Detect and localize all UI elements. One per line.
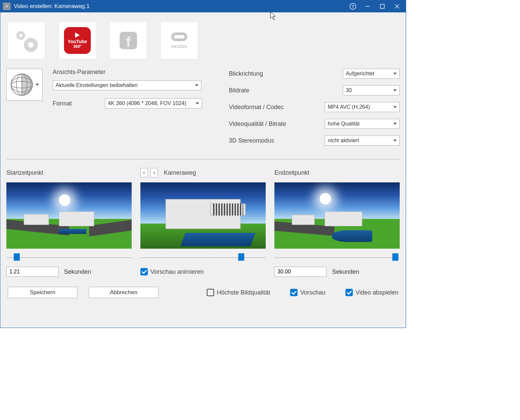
quality-value: hohe Qualität	[328, 121, 360, 127]
timeline-camerapath-col: < > Kameraweg Vor	[140, 168, 266, 277]
slider-handle[interactable]	[238, 253, 244, 261]
stereo-label: 3D Stereomodus	[229, 137, 306, 144]
encoding-params: Blickrichtung Aufgerichtet Bildrate 30 V…	[229, 69, 400, 146]
app-icon: A	[3, 3, 10, 10]
export-target-row: YouTube 360° f oculus	[6, 22, 400, 59]
help-button[interactable]: ?	[345, 0, 360, 12]
close-icon	[395, 4, 399, 9]
gear-icon	[14, 28, 39, 53]
export-custom-tile[interactable]	[8, 22, 45, 59]
timeline-row: Startzeitpunkt	[6, 168, 400, 277]
export-oculus-tile[interactable]: oculus	[160, 22, 198, 59]
quality-select[interactable]: hohe Qualität	[325, 119, 400, 129]
video-export-dialog: A Video erstellen: Kameraweg.1 ?	[0, 0, 406, 328]
codec-select[interactable]: MP4 AVC (H.264)	[325, 102, 400, 112]
export-youtube-tile[interactable]: YouTube 360°	[59, 22, 96, 59]
chevron-down-icon	[195, 84, 198, 86]
divider	[6, 159, 400, 160]
animate-preview-checkbox[interactable]	[140, 268, 148, 275]
help-icon: ?	[349, 3, 356, 10]
close-button[interactable]	[390, 0, 404, 12]
quality-label: Videoqualität / Bitrate	[229, 120, 306, 128]
maximize-button[interactable]	[375, 0, 390, 12]
chevron-down-icon	[393, 123, 397, 125]
chevron-down-icon	[196, 102, 199, 104]
animate-preview-label: Vorschau animieren	[150, 268, 204, 275]
camerapath-label: Kameraweg	[164, 169, 196, 176]
titlebar: A Video erstellen: Kameraweg.1 ?	[0, 0, 406, 12]
end-label: Endzeitpunkt	[274, 169, 309, 176]
view-params-value: Aktuelle Einstellungen beibehalten	[56, 82, 138, 88]
view-params-label: Ansichts-Parameter	[53, 69, 202, 76]
chevron-down-icon	[393, 140, 397, 142]
chevron-down-icon	[393, 73, 397, 75]
projection-select[interactable]	[6, 69, 43, 101]
orientation-label: Blickrichtung	[229, 70, 306, 77]
timeline-start-col: Startzeitpunkt	[6, 168, 132, 277]
stereo-value: nicht aktiviert	[328, 138, 359, 144]
minimize-button[interactable]	[360, 0, 375, 12]
start-thumbnail[interactable]	[6, 182, 132, 249]
globe-icon	[10, 73, 34, 96]
oculus-text: oculus	[171, 43, 187, 49]
maximize-icon	[380, 4, 385, 9]
end-slider[interactable]	[274, 253, 400, 262]
orientation-select[interactable]: Aufgerichtet	[343, 69, 400, 79]
params-row: Ansichts-Parameter Aktuelle Einstellunge…	[6, 69, 400, 146]
seconds-label: Sekunden	[64, 268, 91, 275]
codec-value: MP4 AVC (H.264)	[328, 104, 370, 110]
framerate-select[interactable]: 30	[343, 85, 400, 95]
chevron-down-icon	[393, 106, 397, 108]
footer-row: Speichern Abbrechen Höchste Bildqualität…	[6, 287, 400, 298]
start-slider[interactable]	[6, 253, 132, 262]
next-frame-button[interactable]: >	[150, 168, 158, 177]
framerate-value: 30	[346, 87, 352, 93]
minimize-icon	[365, 4, 370, 9]
format-value: 4K 360 (4096 * 2048, FOV 1024)	[108, 100, 186, 106]
chevron-down-icon	[393, 89, 397, 91]
seconds-label: Sekunden	[332, 268, 359, 275]
play-video-label: Video abspielen	[355, 289, 398, 296]
start-label: Startzeitpunkt	[6, 169, 43, 176]
camerapath-thumbnail[interactable]	[140, 182, 266, 249]
end-thumbnail[interactable]	[274, 182, 400, 249]
orientation-value: Aufgerichtet	[346, 71, 374, 77]
stereo-select[interactable]: nicht aktiviert	[325, 136, 400, 146]
framerate-label: Bildrate	[229, 87, 306, 94]
preview-checkbox[interactable]	[290, 289, 298, 296]
play-video-checkbox[interactable]	[345, 289, 353, 296]
timeline-end-col: Endzeitpunkt Sekunden	[274, 168, 400, 277]
chevron-down-icon	[36, 84, 39, 86]
youtube-text-2: 360°	[73, 44, 82, 49]
window-title: Video erstellen: Kameraweg.1	[14, 3, 90, 10]
view-params-select[interactable]: Aktuelle Einstellungen beibehalten	[53, 80, 201, 90]
prev-frame-button[interactable]: <	[140, 168, 148, 177]
highest-quality-checkbox[interactable]	[207, 289, 214, 296]
slider-handle[interactable]	[392, 253, 398, 261]
save-button[interactable]: Speichern	[8, 287, 77, 298]
youtube-text-1: YouTube	[68, 39, 87, 44]
end-time-input[interactable]	[274, 267, 327, 277]
slider-handle[interactable]	[14, 253, 20, 261]
format-select[interactable]: 4K 360 (4096 * 2048, FOV 1024)	[105, 98, 202, 108]
svg-rect-1	[380, 4, 384, 8]
highest-quality-label: Höchste Bildqualität	[217, 289, 270, 296]
facebook-icon: f	[120, 32, 137, 49]
start-time-input[interactable]	[6, 267, 59, 277]
codec-label: Videoformat / Codec	[229, 104, 306, 111]
export-facebook-tile[interactable]: f	[110, 22, 147, 59]
cancel-button[interactable]: Abbrechen	[89, 287, 158, 298]
preview-label: Vorschau	[300, 289, 325, 296]
camerapath-slider[interactable]	[140, 253, 266, 262]
format-label: Format	[53, 100, 102, 107]
youtube-icon: YouTube 360°	[64, 27, 91, 54]
oculus-icon: oculus	[171, 32, 187, 49]
